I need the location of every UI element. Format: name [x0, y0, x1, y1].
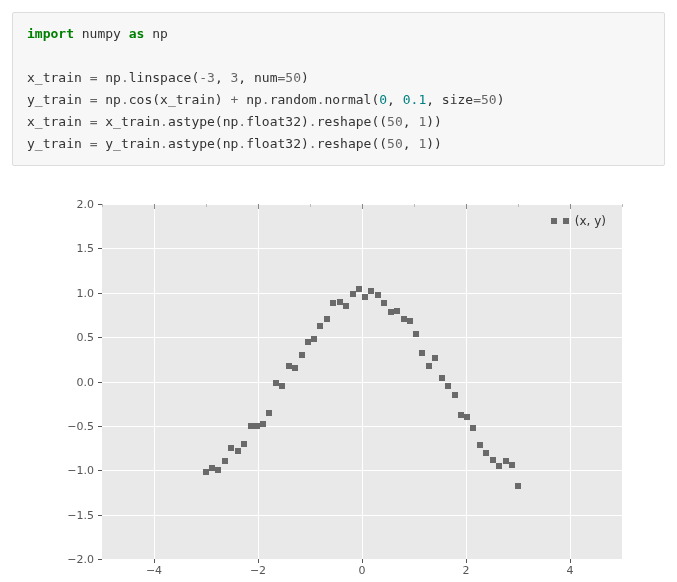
- x-tick-label: 0: [359, 564, 366, 577]
- keyword-import: import: [27, 26, 74, 41]
- data-point: [515, 483, 521, 489]
- data-point: [235, 448, 241, 454]
- y-tick-label: 2.0: [52, 198, 94, 211]
- data-point: [241, 441, 247, 447]
- data-point: [299, 352, 305, 358]
- data-point: [330, 300, 336, 306]
- code-text: y_train: [97, 136, 160, 151]
- code-text: )): [426, 136, 442, 151]
- operator: =: [473, 92, 481, 107]
- number: 50: [481, 92, 497, 107]
- code-text: y_train: [27, 136, 90, 151]
- data-point: [503, 458, 509, 464]
- data-point: [394, 308, 400, 314]
- code-text: , num: [238, 70, 277, 85]
- scatter-chart: (x, y) 2.01.51.00.50.0−0.5−1.0−1.5−2.0−4…: [44, 204, 665, 582]
- data-point: [203, 469, 209, 475]
- operator: .: [309, 136, 317, 151]
- data-point: [439, 375, 445, 381]
- data-point: [496, 463, 502, 469]
- y-tick-label: −0.5: [52, 419, 94, 432]
- y-tick-label: −1.0: [52, 464, 94, 477]
- y-tick-label: 1.5: [52, 242, 94, 255]
- y-tick-label: 0.0: [52, 375, 94, 388]
- data-point: [209, 465, 215, 471]
- operator: .: [238, 136, 246, 151]
- code-block: import numpy as np x_train = np.linspace…: [12, 12, 665, 166]
- data-point: [337, 299, 343, 305]
- data-point: [419, 350, 425, 356]
- operator: .: [160, 114, 168, 129]
- code-text: astype(np: [168, 136, 238, 151]
- data-point: [477, 442, 483, 448]
- data-point: [228, 445, 234, 451]
- number: 50: [285, 70, 301, 85]
- number: 50: [387, 136, 403, 151]
- data-point: [483, 450, 489, 456]
- data-point: [362, 294, 368, 300]
- code-text: random: [270, 92, 317, 107]
- number: 50: [387, 114, 403, 129]
- data-point: [279, 383, 285, 389]
- number: -3: [199, 70, 215, 85]
- data-point: [317, 323, 323, 329]
- y-tick-label: −1.5: [52, 508, 94, 521]
- alias-np: np: [152, 26, 168, 41]
- code-text: ,: [403, 136, 419, 151]
- data-point: [464, 414, 470, 420]
- operator: .: [121, 70, 129, 85]
- data-point: [381, 300, 387, 306]
- data-point: [260, 421, 266, 427]
- y-tick-label: 0.5: [52, 331, 94, 344]
- data-point: [470, 425, 476, 431]
- code-text: x_train: [27, 70, 90, 85]
- number: 0: [379, 92, 387, 107]
- plot-area: (x, y): [102, 204, 622, 559]
- data-point: [266, 410, 272, 416]
- data-point: [292, 365, 298, 371]
- keyword-as: as: [129, 26, 145, 41]
- x-tick-label: 2: [463, 564, 470, 577]
- data-point: [286, 363, 292, 369]
- code-text: reshape((: [317, 136, 387, 151]
- code-text: x_train: [27, 114, 90, 129]
- data-point: [350, 291, 356, 297]
- data-point: [413, 331, 419, 337]
- code-text: float32): [246, 114, 309, 129]
- code-text: normal(: [324, 92, 379, 107]
- operator: .: [121, 92, 129, 107]
- operator: .: [309, 114, 317, 129]
- y-tick-label: −2.0: [52, 553, 94, 566]
- data-point: [432, 355, 438, 361]
- code-text: astype(np: [168, 114, 238, 129]
- number: 0.1: [403, 92, 426, 107]
- chart-legend: (x, y): [543, 210, 616, 232]
- code-text: )): [426, 114, 442, 129]
- legend-marker-icon: [563, 218, 569, 224]
- data-point: [509, 462, 515, 468]
- data-point: [311, 336, 317, 342]
- data-point: [356, 286, 362, 292]
- data-point: [368, 288, 374, 294]
- data-point: [273, 380, 279, 386]
- data-point: [426, 363, 432, 369]
- data-point: [215, 467, 221, 473]
- x-tick-label: −4: [146, 564, 162, 577]
- data-point: [248, 423, 254, 429]
- code-text: float32): [246, 136, 309, 151]
- legend-marker-icon: [551, 218, 557, 224]
- operator: .: [262, 92, 270, 107]
- code-text: reshape((: [317, 114, 387, 129]
- module-numpy: numpy: [82, 26, 121, 41]
- code-text: linspace(: [129, 70, 199, 85]
- code-text: y_train: [27, 92, 90, 107]
- code-text: ): [497, 92, 505, 107]
- data-point: [388, 309, 394, 315]
- operator: .: [238, 114, 246, 129]
- code-text: np: [97, 70, 120, 85]
- code-text: ,: [387, 92, 403, 107]
- data-point: [222, 458, 228, 464]
- data-point: [452, 392, 458, 398]
- data-point: [445, 383, 451, 389]
- code-text: ,: [403, 114, 419, 129]
